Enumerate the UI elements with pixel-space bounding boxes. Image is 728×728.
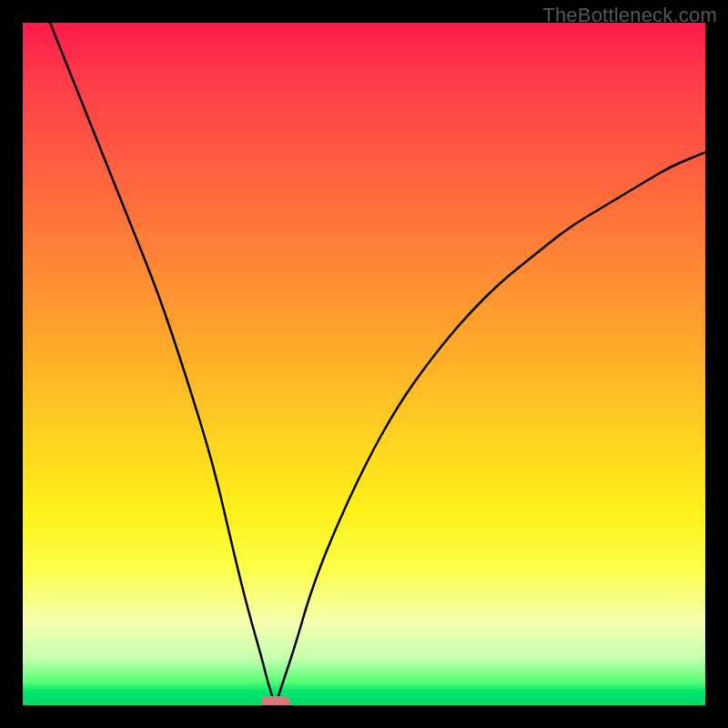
bottleneck-curve xyxy=(23,23,705,705)
chart-frame: TheBottleneck.com xyxy=(0,0,728,728)
watermark-text: TheBottleneck.com xyxy=(542,4,717,27)
plot-area xyxy=(23,23,705,705)
minimum-marker xyxy=(261,696,290,705)
